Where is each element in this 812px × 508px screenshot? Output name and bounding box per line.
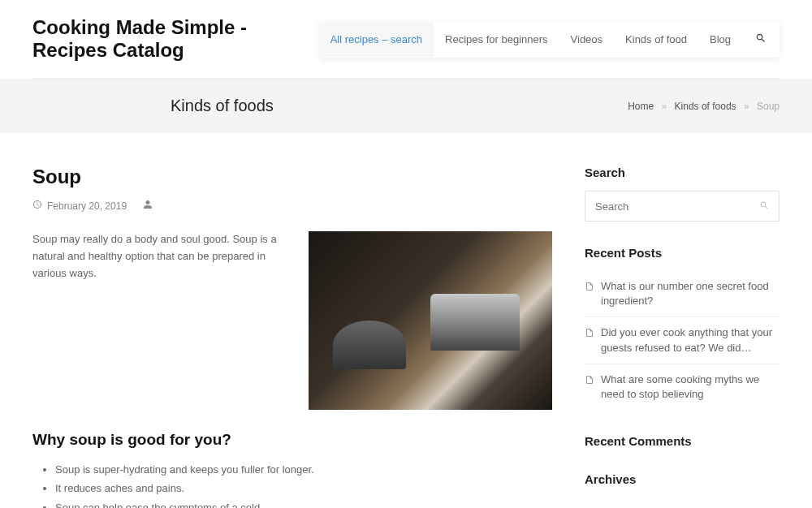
search-box [585,191,780,222]
sidebar-archives-heading: Archives [585,472,780,486]
article-title: Soup [32,166,552,188]
nav-item-blog[interactable]: Blog [698,22,742,57]
benefits-list: Soup is super-hydrating and keeps you fu… [32,460,552,508]
nav-item-videos[interactable]: Videos [559,22,615,57]
search-icon[interactable] [759,200,769,213]
titlebar: Kinds of foods Home » Kinds of foods » S… [0,79,812,133]
site-title[interactable]: Cooking Made Simple - Recipes Catalog [32,16,319,62]
featured-image [309,231,552,410]
main-nav: All recipes – search Recipes for beginne… [319,21,780,58]
sidebar: Search Recent Posts What is our number o… [585,166,780,508]
file-icon [585,327,594,342]
article-meta: February 20, 2019 [32,200,552,212]
file-icon [585,281,594,295]
list-item[interactable]: What is our number one secret food ingre… [585,271,780,317]
sidebar-archives: Archives January 2019 [585,472,780,508]
nav-item-beginners[interactable]: Recipes for beginners [434,22,559,57]
list-item[interactable]: What are some cooking myths we need to s… [585,364,780,410]
header: Cooking Made Simple - Recipes Catalog Al… [32,0,780,79]
nav-item-all-recipes[interactable]: All recipes – search [319,22,434,57]
list-item[interactable]: January 2019 [585,497,780,508]
content: Soup February 20, 2019 Soup may really d… [32,166,552,508]
breadcrumb-home[interactable]: Home [628,101,654,112]
breadcrumb-current: Soup [757,101,780,112]
post-link[interactable]: Did you ever cook anything that your gue… [601,325,780,355]
sidebar-search-heading: Search [585,166,780,179]
sidebar-recent-posts: Recent Posts What is our number one secr… [585,246,780,410]
list-item: It reduces aches and pains. [55,479,552,497]
page-title: Kinds of foods [171,97,274,115]
file-icon [585,374,594,389]
meta-author [143,200,153,212]
intro-text: Soup may really do a body and soul good.… [32,231,289,410]
section-heading-why: Why soup is good for you? [32,431,552,449]
post-link[interactable]: What is our number one secret food ingre… [601,279,780,308]
sidebar-search: Search [585,166,780,222]
sidebar-recent-comments: Recent Comments [585,434,780,448]
meta-date: February 20, 2019 [32,200,127,212]
nav-item-kinds-of-food[interactable]: Kinds of food [614,22,698,57]
clock-icon [32,200,42,212]
breadcrumb-mid[interactable]: Kinds of foods [675,101,736,112]
search-icon[interactable] [742,21,780,58]
sidebar-recent-posts-heading: Recent Posts [585,246,780,260]
meta-date-text: February 20, 2019 [47,200,127,212]
search-input[interactable] [595,200,759,213]
breadcrumb-sep: » [744,101,749,112]
list-item[interactable]: Did you ever cook anything that your gue… [585,317,780,364]
list-item: Soup is super-hydrating and keeps you fu… [55,460,552,479]
list-item: Soup can help ease the symptoms of a col… [55,498,552,508]
post-link[interactable]: What are some cooking myths we need to s… [601,372,780,402]
breadcrumb: Home » Kinds of foods » Soup [628,101,780,112]
sidebar-recent-comments-heading: Recent Comments [585,434,780,448]
breadcrumb-sep: » [662,101,667,112]
user-icon [143,200,153,212]
